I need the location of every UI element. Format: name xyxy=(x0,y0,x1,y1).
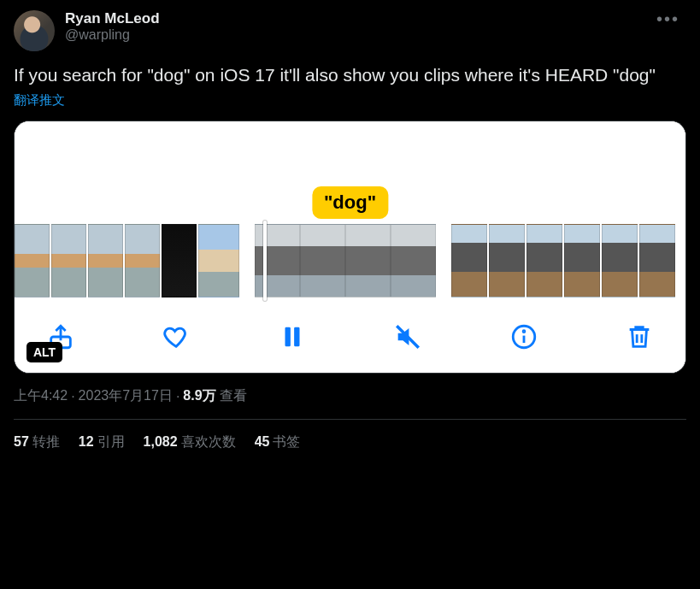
stat-label: 转推 xyxy=(32,434,60,449)
playhead[interactable] xyxy=(263,221,267,301)
meta-sep: · xyxy=(71,389,74,404)
svg-rect-2 xyxy=(294,327,299,347)
clip-thumbnail[interactable] xyxy=(391,224,436,297)
clip-group-1[interactable] xyxy=(15,224,239,297)
heart-icon[interactable] xyxy=(159,320,193,354)
svg-point-6 xyxy=(523,331,525,333)
clip-group-2[interactable] xyxy=(255,224,436,297)
clip-thumbnail[interactable] xyxy=(255,224,300,297)
meta-sep: · xyxy=(176,389,179,404)
clip-thumbnail[interactable] xyxy=(489,224,525,297)
clip-group-3[interactable] xyxy=(451,224,675,297)
alt-badge[interactable]: ALT xyxy=(26,342,62,362)
clip-thumbnail[interactable] xyxy=(15,224,50,297)
mute-icon[interactable] xyxy=(391,320,425,354)
author-name-block: Ryan McLeod @warpling xyxy=(65,10,650,43)
translate-link[interactable]: 翻译推文 xyxy=(14,92,65,109)
stat-label: 喜欢次数 xyxy=(181,434,236,449)
stat-number: 45 xyxy=(255,434,270,449)
clip-thumbnail[interactable] xyxy=(198,224,239,297)
stat-number: 1,082 xyxy=(144,434,178,449)
stat-number: 12 xyxy=(79,434,94,449)
trash-icon[interactable] xyxy=(622,320,656,354)
clip-thumbnail[interactable] xyxy=(564,224,600,297)
tweet-date[interactable]: 2023年7月17日 xyxy=(79,387,173,405)
search-caption-tag: "dog" xyxy=(312,186,388,219)
clip-thumbnail[interactable] xyxy=(51,224,86,297)
tweet-text: If you search for "dog" on iOS 17 it'll … xyxy=(14,63,686,87)
clip-thumbnail[interactable] xyxy=(526,224,562,297)
media-card-top: "dog" xyxy=(15,121,685,224)
stat-quotes[interactable]: 12引用 xyxy=(79,433,125,451)
tweet-container: Ryan McLeod @warpling ••• If you search … xyxy=(0,0,700,465)
avatar[interactable] xyxy=(14,10,55,51)
video-timeline[interactable] xyxy=(15,224,685,304)
tweet-stats: 57转推 12引用 1,082喜欢次数 45书签 xyxy=(14,420,686,465)
clip-thumbnail[interactable] xyxy=(125,224,160,297)
svg-rect-1 xyxy=(285,327,290,347)
clip-thumbnail[interactable] xyxy=(639,224,675,297)
stat-label: 书签 xyxy=(273,434,300,449)
views-label: 查看 xyxy=(220,387,247,405)
display-name[interactable]: Ryan McLeod xyxy=(65,10,650,27)
tweet-header: Ryan McLeod @warpling ••• xyxy=(14,10,686,51)
info-icon[interactable] xyxy=(507,320,541,354)
clip-thumbnail[interactable] xyxy=(162,224,197,297)
views-count: 8.9万 xyxy=(183,387,215,405)
media-toolbar xyxy=(15,304,685,373)
handle[interactable]: @warpling xyxy=(65,27,650,43)
clip-thumbnail[interactable] xyxy=(88,224,123,297)
pause-icon[interactable] xyxy=(275,320,309,354)
media-card[interactable]: "dog" xyxy=(14,121,686,374)
clip-thumbnail[interactable] xyxy=(300,224,345,297)
stat-number: 57 xyxy=(14,434,29,449)
stat-label: 引用 xyxy=(97,434,125,449)
stat-retweets[interactable]: 57转推 xyxy=(14,433,60,451)
clip-thumbnail[interactable] xyxy=(345,224,391,297)
clip-thumbnail[interactable] xyxy=(451,224,487,297)
more-icon[interactable]: ••• xyxy=(650,10,686,27)
clip-thumbnail[interactable] xyxy=(602,224,638,297)
tweet-time[interactable]: 上午4:42 xyxy=(14,387,68,405)
stat-bookmarks[interactable]: 45书签 xyxy=(255,433,301,451)
tweet-meta: 上午4:42 · 2023年7月17日 · 8.9万 查看 xyxy=(14,387,686,405)
stat-likes[interactable]: 1,082喜欢次数 xyxy=(144,433,236,451)
